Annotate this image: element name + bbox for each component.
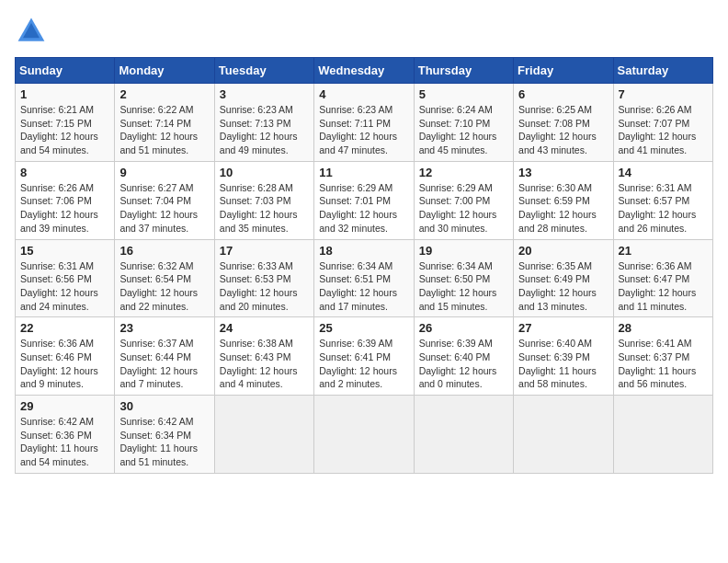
calendar-week-row: 1 Sunrise: 6:21 AM Sunset: 7:15 PM Dayli…: [16, 84, 713, 162]
day-number: 11: [319, 166, 408, 179]
day-number: 23: [119, 321, 209, 335]
calendar-cell: 9 Sunrise: 6:27 AM Sunset: 7:04 PM Dayli…: [115, 161, 214, 239]
day-detail: Sunrise: 6:23 AM Sunset: 7:13 PM Dayligh…: [220, 103, 309, 157]
day-detail: Sunrise: 6:29 AM Sunset: 7:00 PM Dayligh…: [419, 181, 508, 236]
day-detail: Sunrise: 6:34 AM Sunset: 6:50 PM Dayligh…: [419, 259, 508, 314]
day-number: 30: [119, 399, 209, 413]
calendar-cell: 11 Sunrise: 6:29 AM Sunset: 7:01 PM Dayl…: [314, 161, 414, 239]
calendar-cell: 17 Sunrise: 6:33 AM Sunset: 6:53 PM Dayl…: [214, 239, 313, 317]
day-detail: Sunrise: 6:29 AM Sunset: 7:01 PM Dayligh…: [319, 181, 408, 236]
day-detail: Sunrise: 6:23 AM Sunset: 7:11 PM Dayligh…: [319, 103, 408, 157]
calendar-cell: [514, 396, 613, 474]
calendar-cell: 20 Sunrise: 6:35 AM Sunset: 6:49 PM Dayl…: [514, 239, 613, 317]
day-number: 2: [119, 87, 209, 101]
day-number: 7: [619, 87, 708, 101]
day-number: 14: [619, 166, 708, 179]
calendar-cell: 15 Sunrise: 6:31 AM Sunset: 6:56 PM Dayl…: [16, 239, 115, 317]
calendar-cell: 29 Sunrise: 6:42 AM Sunset: 6:36 PM Dayl…: [16, 396, 115, 474]
day-number: 24: [220, 321, 309, 335]
day-number: 17: [220, 244, 309, 258]
day-detail: Sunrise: 6:39 AM Sunset: 6:40 PM Dayligh…: [419, 337, 508, 391]
day-number: 22: [20, 321, 109, 335]
day-detail: Sunrise: 6:35 AM Sunset: 6:49 PM Dayligh…: [518, 259, 608, 314]
day-number: 28: [619, 321, 708, 335]
day-detail: Sunrise: 6:21 AM Sunset: 7:15 PM Dayligh…: [20, 103, 109, 157]
day-number: 26: [419, 321, 508, 335]
logo: [15, 15, 53, 48]
calendar-cell: 21 Sunrise: 6:36 AM Sunset: 6:47 PM Dayl…: [613, 239, 712, 317]
calendar-week-row: 29 Sunrise: 6:42 AM Sunset: 6:36 PM Dayl…: [16, 396, 713, 474]
calendar-cell: 23 Sunrise: 6:37 AM Sunset: 6:44 PM Dayl…: [115, 317, 214, 396]
day-number: 4: [319, 87, 408, 101]
day-detail: Sunrise: 6:42 AM Sunset: 6:36 PM Dayligh…: [20, 415, 109, 469]
day-header-thursday: Thursday: [414, 58, 513, 84]
day-number: 5: [419, 87, 508, 101]
day-header-monday: Monday: [115, 58, 214, 84]
day-number: 9: [119, 166, 209, 179]
day-number: 3: [220, 87, 309, 101]
day-detail: Sunrise: 6:26 AM Sunset: 7:07 PM Dayligh…: [619, 103, 708, 157]
calendar-cell: 12 Sunrise: 6:29 AM Sunset: 7:00 PM Dayl…: [414, 161, 513, 239]
calendar-cell: [314, 396, 414, 474]
calendar-cell: 25 Sunrise: 6:39 AM Sunset: 6:41 PM Dayl…: [314, 317, 414, 396]
day-detail: Sunrise: 6:33 AM Sunset: 6:53 PM Dayligh…: [220, 259, 309, 314]
day-detail: Sunrise: 6:26 AM Sunset: 7:06 PM Dayligh…: [20, 181, 109, 236]
day-number: 16: [119, 244, 209, 258]
calendar-cell: 27 Sunrise: 6:40 AM Sunset: 6:39 PM Dayl…: [514, 317, 613, 396]
day-detail: Sunrise: 6:32 AM Sunset: 6:54 PM Dayligh…: [119, 259, 209, 314]
calendar-cell: 10 Sunrise: 6:28 AM Sunset: 7:03 PM Dayl…: [214, 161, 313, 239]
day-detail: Sunrise: 6:38 AM Sunset: 6:43 PM Dayligh…: [220, 337, 309, 391]
calendar-cell: 5 Sunrise: 6:24 AM Sunset: 7:10 PM Dayli…: [414, 84, 513, 162]
day-number: 25: [319, 321, 408, 335]
calendar-cell: 4 Sunrise: 6:23 AM Sunset: 7:11 PM Dayli…: [314, 84, 414, 162]
calendar-cell: [414, 396, 513, 474]
day-detail: Sunrise: 6:28 AM Sunset: 7:03 PM Dayligh…: [220, 181, 309, 236]
day-detail: Sunrise: 6:41 AM Sunset: 6:37 PM Dayligh…: [619, 337, 708, 391]
day-detail: Sunrise: 6:37 AM Sunset: 6:44 PM Dayligh…: [119, 337, 209, 391]
day-header-sunday: Sunday: [16, 58, 115, 84]
day-header-saturday: Saturday: [613, 58, 712, 84]
day-number: 27: [518, 321, 608, 335]
calendar-cell: 30 Sunrise: 6:42 AM Sunset: 6:34 PM Dayl…: [115, 396, 214, 474]
calendar-cell: 18 Sunrise: 6:34 AM Sunset: 6:51 PM Dayl…: [314, 239, 414, 317]
day-number: 18: [319, 244, 408, 258]
day-detail: Sunrise: 6:22 AM Sunset: 7:14 PM Dayligh…: [119, 103, 209, 157]
calendar-cell: 7 Sunrise: 6:26 AM Sunset: 7:07 PM Dayli…: [613, 84, 712, 162]
calendar-cell: 8 Sunrise: 6:26 AM Sunset: 7:06 PM Dayli…: [16, 161, 115, 239]
day-header-friday: Friday: [514, 58, 613, 84]
calendar-week-row: 22 Sunrise: 6:36 AM Sunset: 6:46 PM Dayl…: [16, 317, 713, 396]
day-header-tuesday: Tuesday: [214, 58, 313, 84]
day-number: 8: [20, 166, 109, 179]
calendar-cell: 19 Sunrise: 6:34 AM Sunset: 6:50 PM Dayl…: [414, 239, 513, 317]
day-number: 21: [619, 244, 708, 258]
calendar-cell: 13 Sunrise: 6:30 AM Sunset: 6:59 PM Dayl…: [514, 161, 613, 239]
calendar-cell: 22 Sunrise: 6:36 AM Sunset: 6:46 PM Dayl…: [16, 317, 115, 396]
day-detail: Sunrise: 6:31 AM Sunset: 6:57 PM Dayligh…: [619, 181, 708, 236]
day-number: 1: [20, 87, 109, 101]
calendar-week-row: 8 Sunrise: 6:26 AM Sunset: 7:06 PM Dayli…: [16, 161, 713, 239]
calendar-cell: [214, 396, 313, 474]
day-number: 12: [419, 166, 508, 179]
calendar-header-row: SundayMondayTuesdayWednesdayThursdayFrid…: [16, 58, 713, 84]
day-number: 13: [518, 166, 608, 179]
calendar-cell: 24 Sunrise: 6:38 AM Sunset: 6:43 PM Dayl…: [214, 317, 313, 396]
calendar-cell: 14 Sunrise: 6:31 AM Sunset: 6:57 PM Dayl…: [613, 161, 712, 239]
calendar-week-row: 15 Sunrise: 6:31 AM Sunset: 6:56 PM Dayl…: [16, 239, 713, 317]
day-number: 15: [20, 244, 109, 258]
day-detail: Sunrise: 6:27 AM Sunset: 7:04 PM Dayligh…: [119, 181, 209, 236]
calendar-table: SundayMondayTuesdayWednesdayThursdayFrid…: [15, 57, 713, 474]
day-header-wednesday: Wednesday: [314, 58, 414, 84]
day-detail: Sunrise: 6:39 AM Sunset: 6:41 PM Dayligh…: [319, 337, 408, 391]
day-detail: Sunrise: 6:30 AM Sunset: 6:59 PM Dayligh…: [518, 181, 608, 236]
day-detail: Sunrise: 6:40 AM Sunset: 6:39 PM Dayligh…: [518, 337, 608, 391]
calendar-cell: 1 Sunrise: 6:21 AM Sunset: 7:15 PM Dayli…: [16, 84, 115, 162]
calendar-cell: 28 Sunrise: 6:41 AM Sunset: 6:37 PM Dayl…: [613, 317, 712, 396]
day-detail: Sunrise: 6:42 AM Sunset: 6:34 PM Dayligh…: [119, 415, 209, 469]
day-detail: Sunrise: 6:36 AM Sunset: 6:46 PM Dayligh…: [20, 337, 109, 391]
day-detail: Sunrise: 6:36 AM Sunset: 6:47 PM Dayligh…: [619, 259, 708, 314]
calendar-cell: 6 Sunrise: 6:25 AM Sunset: 7:08 PM Dayli…: [514, 84, 613, 162]
day-number: 20: [518, 244, 608, 258]
page-header: [15, 15, 713, 48]
day-number: 19: [419, 244, 508, 258]
calendar-cell: [613, 396, 712, 474]
